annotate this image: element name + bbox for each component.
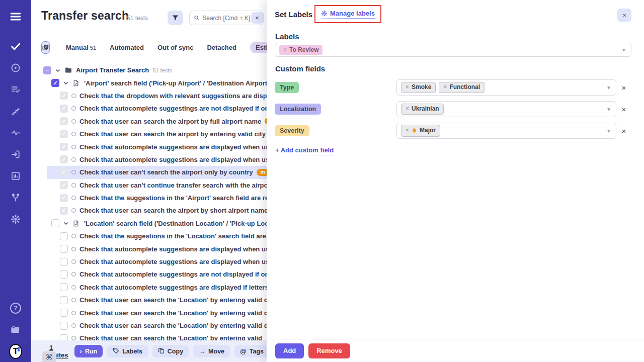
remove-field-button[interactable]: × — [616, 127, 631, 135]
panel-title: Set Labels — [275, 10, 312, 19]
row-checkbox[interactable] — [51, 79, 59, 87]
remove-field-button[interactable]: × — [616, 83, 631, 92]
close-panel-button[interactable]: × — [617, 9, 631, 22]
row-checkbox[interactable] — [60, 232, 68, 240]
sidebar-item-settings-gear-icon[interactable] — [9, 213, 22, 226]
suite-row[interactable]: 'Location' search field ('Destination Lo… — [31, 217, 267, 230]
filter-button[interactable] — [168, 11, 183, 25]
test-row[interactable]: Check that autocomplete suggestings are … — [31, 281, 267, 294]
sidebar-item-pulse-icon[interactable] — [9, 126, 22, 139]
sidebar-item-tests-check-icon[interactable] — [9, 40, 22, 53]
test-row[interactable]: Check that autocomplete suggestings are … — [31, 102, 267, 115]
row-checkbox[interactable] — [60, 143, 68, 151]
remove-tag-icon[interactable]: × — [406, 84, 409, 90]
field-multiselect[interactable]: ×Major▼ — [396, 123, 616, 139]
remove-field-button[interactable]: × — [616, 105, 631, 114]
chevron-down-icon[interactable]: ▼ — [606, 128, 611, 134]
remove-button[interactable]: Remove — [308, 343, 350, 358]
chevron-down-icon[interactable]: ▼ — [606, 107, 611, 112]
copy-button[interactable]: Copy — [152, 345, 189, 357]
add-custom-field-link[interactable]: + Add custom field — [275, 146, 334, 155]
chevron-down-icon[interactable] — [55, 67, 61, 73]
row-checkbox[interactable] — [43, 66, 51, 74]
labels-button[interactable]: Labels — [107, 345, 148, 357]
row-checkbox[interactable] — [60, 283, 68, 291]
test-row[interactable]: Check that autocomplete suggestions are … — [31, 242, 267, 255]
pulse-icon — [11, 128, 21, 138]
test-row[interactable]: Check that autocomplete suggestions are … — [31, 255, 267, 268]
branches-icon — [11, 193, 21, 203]
row-checkbox[interactable] — [60, 155, 68, 163]
test-row[interactable]: Check that user can search the airport b… — [31, 204, 267, 217]
test-row[interactable]: Check that the suggestions in the 'Locat… — [31, 230, 267, 242]
sidebar-item-menu-icon[interactable] — [9, 10, 22, 23]
test-row[interactable]: Check that user can search the airport b… — [31, 115, 267, 128]
row-checkbox[interactable] — [60, 168, 68, 176]
test-row[interactable]: Check that autocomplete suggestions are … — [31, 153, 267, 166]
clear-search-button[interactable]: × — [251, 12, 263, 24]
tags-button[interactable]: @Tags — [234, 345, 267, 357]
remove-tag-icon[interactable]: × — [406, 106, 409, 112]
field-multiselect[interactable]: ×Ukrainian▼ — [396, 101, 616, 117]
select-mode-button[interactable] — [41, 41, 50, 54]
test-row[interactable]: Check that the suggestions in the 'Airpo… — [31, 192, 267, 204]
field-multiselect[interactable]: ×Smoke×Functional▼ — [396, 79, 616, 96]
move-button[interactable]: →Move — [193, 345, 230, 357]
test-row[interactable]: Check that the dropdown with relevant su… — [31, 89, 267, 102]
row-checkbox[interactable] — [60, 117, 68, 125]
tab-manual[interactable]: Manual51 — [66, 44, 96, 51]
test-row[interactable]: Check that user can search the airport b… — [31, 128, 267, 140]
row-checkbox[interactable] — [60, 105, 68, 113]
labels-multiselect[interactable]: ×To Review ▼ — [275, 43, 631, 57]
row-checkbox[interactable] — [60, 194, 68, 202]
test-row[interactable]: Check that user can't continue transfer … — [31, 179, 267, 192]
sidebar-item-steps-icon[interactable] — [9, 105, 22, 118]
sidebar-item-help-icon[interactable]: ? — [9, 302, 22, 315]
row-checkbox[interactable] — [60, 322, 68, 330]
row-checkbox[interactable] — [60, 309, 68, 317]
projects-folder-icon — [10, 324, 21, 335]
row-checkbox[interactable] — [60, 258, 68, 266]
sidebar-item-runs-play-icon[interactable] — [9, 61, 22, 74]
annotation-red-box: Manage labels — [314, 5, 381, 23]
chevron-down-icon[interactable] — [63, 220, 69, 226]
run-button[interactable]: ›Run — [74, 345, 103, 357]
test-row[interactable]: Check that user can search the 'Location… — [31, 319, 267, 332]
value-tag: ×Functional — [439, 82, 485, 93]
test-row[interactable]: Check that user can't search the airport… — [31, 166, 267, 178]
sidebar-item-plans-list-check-icon[interactable] — [9, 83, 22, 96]
test-row[interactable]: Check that user can search the 'Location… — [31, 294, 267, 306]
sidebar-item-analytics-icon[interactable] — [9, 169, 22, 183]
add-button[interactable]: Add — [275, 343, 304, 358]
sidebar-item-import-icon[interactable] — [9, 148, 22, 161]
row-checkbox[interactable] — [60, 245, 68, 253]
sidebar-item-logo-icon[interactable]: T — [9, 345, 22, 358]
manage-labels-link[interactable]: Manage labels — [321, 10, 375, 19]
tab-automated[interactable]: Automated — [110, 44, 144, 51]
test-row[interactable]: Check that autocomplete suggestings are … — [31, 268, 267, 281]
sidebar-item-branches-icon[interactable] — [9, 191, 22, 204]
tab-estimate[interactable]: Estimate — [250, 42, 267, 53]
tab-detached[interactable]: Detached — [207, 44, 236, 51]
suite-row[interactable]: 'Airport' search field ('Pick-up Airport… — [31, 76, 267, 89]
row-checkbox[interactable] — [60, 130, 68, 138]
sidebar-item-projects-folder-icon[interactable] — [9, 323, 22, 336]
folder-row[interactable]: Airport Transfer Search51 tests — [31, 64, 267, 76]
chevron-down-icon[interactable]: ▼ — [621, 47, 626, 53]
row-checkbox[interactable] — [60, 181, 68, 189]
remove-tag-icon[interactable]: × — [443, 84, 447, 90]
remove-tag-icon[interactable]: × — [283, 47, 287, 53]
chevron-down-icon[interactable]: ▼ — [606, 85, 611, 90]
row-checkbox[interactable] — [51, 219, 59, 227]
row-checkbox[interactable] — [60, 92, 68, 100]
test-status-icon — [71, 157, 76, 162]
tab-out-of-sync[interactable]: Out of sync — [157, 44, 194, 51]
chevron-down-icon[interactable] — [63, 80, 69, 86]
row-checkbox[interactable] — [60, 270, 68, 279]
row-checkbox[interactable] — [60, 296, 68, 304]
remove-tag-icon[interactable]: × — [406, 127, 409, 134]
row-checkbox[interactable] — [60, 207, 68, 215]
app-sidebar: ?T — [0, 0, 31, 362]
test-row[interactable]: Check that autocomplete suggestions are … — [31, 140, 267, 153]
test-row[interactable]: Check that user can search the 'Location… — [31, 306, 267, 319]
